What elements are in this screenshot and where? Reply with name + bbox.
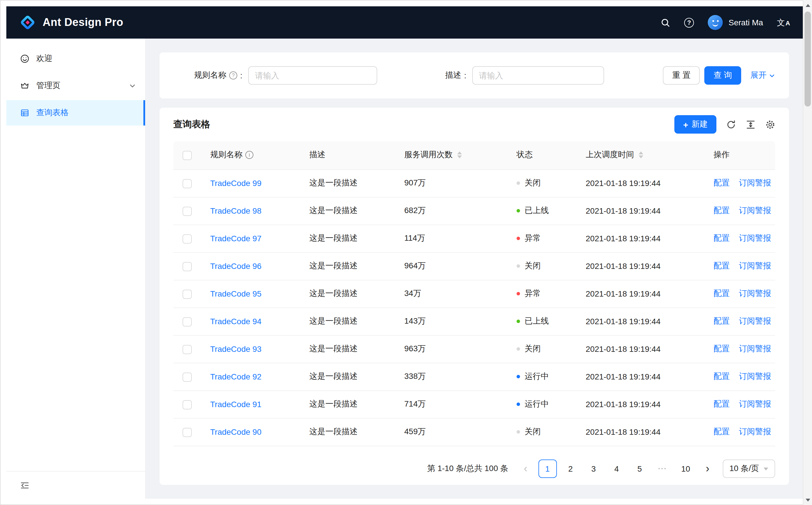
rule-name-link[interactable]: TradeCode 96 [210, 262, 262, 271]
last-scheduled-time: 2021-01-18 19:19:44 [577, 390, 704, 418]
search-icon[interactable] [661, 18, 670, 27]
subscribe-alert-link[interactable]: 订阅警报 [739, 427, 771, 436]
navbar-actions: Serati Ma [661, 15, 790, 30]
table-card: 查询表格 + 新建 [160, 108, 789, 485]
status-label: 异常 [525, 233, 541, 243]
sidebar-item-table-list[interactable]: 查询表格 [6, 100, 145, 126]
translate-icon[interactable] [777, 18, 790, 26]
pagination-page-4[interactable]: 4 [607, 460, 626, 478]
status-dot [517, 292, 520, 295]
description-input[interactable] [472, 66, 604, 85]
new-button[interactable]: + 新建 [674, 115, 716, 134]
pagination-page-2[interactable]: 2 [561, 460, 580, 478]
configure-link[interactable]: 配置 [713, 205, 729, 215]
configure-link[interactable]: 配置 [713, 233, 729, 242]
row-checkbox[interactable] [183, 428, 192, 437]
row-checkbox[interactable] [183, 372, 192, 381]
rule-name-input[interactable] [248, 66, 377, 85]
brand[interactable]: Ant Design Pro [19, 14, 123, 31]
subscribe-alert-link[interactable]: 订阅警报 [739, 344, 771, 353]
configure-link[interactable]: 配置 [713, 371, 729, 381]
row-checkbox[interactable] [183, 345, 192, 354]
crown-icon [20, 81, 29, 91]
status-dot [517, 264, 520, 268]
last-scheduled-time: 2021-01-18 19:19:44 [577, 252, 704, 280]
subscribe-alert-link[interactable]: 订阅警报 [739, 316, 771, 325]
prev-page-button[interactable]: ‹ [517, 460, 533, 478]
user-menu[interactable]: Serati Ma [708, 15, 763, 30]
sidebar-menu: 欢迎 管理页 [6, 39, 145, 471]
rule-name-link[interactable]: TradeCode 93 [210, 344, 262, 354]
configure-link[interactable]: 配置 [713, 289, 729, 298]
settings-gear-icon[interactable] [765, 119, 775, 130]
sidebar-item-admin[interactable]: 管理页 [6, 73, 145, 99]
pagination-page-10[interactable]: 10 [676, 460, 695, 478]
configure-link[interactable]: 配置 [713, 344, 729, 353]
scrollbar-thumb[interactable] [805, 11, 811, 107]
status-label: 运行中 [525, 399, 549, 409]
status-label: 已上线 [525, 205, 549, 216]
sorter-icon[interactable] [457, 152, 462, 159]
pagination-page-1[interactable]: 1 [538, 460, 556, 478]
rule-name-link[interactable]: TradeCode 99 [210, 178, 262, 188]
rule-name-link[interactable]: TradeCode 97 [210, 234, 262, 243]
configure-link[interactable]: 配置 [713, 178, 729, 187]
user-name: Serati Ma [728, 18, 763, 27]
sidebar-item-welcome[interactable]: 欢迎 [6, 46, 145, 71]
rule-name-link[interactable]: TradeCode 95 [210, 289, 262, 298]
scroll-up-arrow-icon[interactable] [803, 1, 812, 10]
last-scheduled-time: 2021-01-18 19:19:44 [577, 197, 704, 224]
subscribe-alert-link[interactable]: 订阅警报 [739, 371, 771, 381]
subscribe-alert-link[interactable]: 订阅警报 [739, 178, 771, 187]
subscribe-alert-link[interactable]: 订阅警报 [739, 399, 771, 408]
rule-name-link[interactable]: TradeCode 94 [210, 317, 262, 326]
expand-toggle[interactable]: 展开 [751, 70, 775, 80]
row-checkbox[interactable] [183, 289, 192, 299]
scroll-down-arrow-icon[interactable] [803, 495, 812, 504]
page-size-select[interactable]: 10 条/页 [722, 460, 775, 478]
reset-button[interactable]: 重 置 [663, 66, 700, 85]
status-label: 关闭 [525, 344, 541, 354]
service-call-count: 714万 [395, 390, 507, 418]
info-circle-icon [245, 151, 254, 159]
subscribe-alert-link[interactable]: 订阅警报 [739, 289, 771, 298]
subscribe-alert-link[interactable]: 订阅警报 [739, 233, 771, 242]
rule-name-link[interactable]: TradeCode 98 [210, 206, 262, 215]
service-call-count: 963万 [395, 335, 507, 363]
vertical-scrollbar[interactable] [803, 0, 812, 505]
sidebar-item-label: 欢迎 [36, 53, 52, 64]
select-all-checkbox[interactable] [183, 151, 192, 160]
row-checkbox[interactable] [183, 262, 192, 271]
rule-description: 这是一段描述 [300, 280, 395, 308]
subscribe-alert-link[interactable]: 订阅警报 [739, 205, 771, 215]
row-checkbox[interactable] [183, 400, 192, 409]
row-checkbox[interactable] [183, 179, 192, 188]
configure-link[interactable]: 配置 [713, 427, 729, 436]
configure-link[interactable]: 配置 [713, 316, 729, 325]
density-icon[interactable] [745, 119, 756, 130]
status-dot [517, 347, 520, 351]
last-scheduled-time: 2021-01-18 19:19:44 [577, 308, 704, 335]
row-checkbox[interactable] [183, 234, 192, 243]
sorter-icon[interactable] [639, 152, 643, 159]
configure-link[interactable]: 配置 [713, 399, 729, 408]
subscribe-alert-link[interactable]: 订阅警报 [739, 261, 771, 270]
query-button[interactable]: 查 询 [704, 66, 741, 85]
rule-name-link[interactable]: TradeCode 91 [210, 399, 262, 409]
next-page-button[interactable]: › [699, 460, 715, 478]
row-checkbox[interactable] [183, 206, 192, 216]
row-checkbox[interactable] [183, 317, 192, 326]
rule-description: 这是一段描述 [300, 363, 395, 390]
menu-fold-icon[interactable] [20, 481, 29, 490]
screen: Ant Design Pro Serati Ma [0, 0, 812, 505]
pagination: 第 1-10 条/总共 100 条 ‹ 12345•••10 › 10 条/页 [160, 453, 789, 485]
reload-icon[interactable] [725, 119, 736, 130]
rule-name-link[interactable]: TradeCode 92 [210, 372, 262, 381]
rule-description: 这是一段描述 [300, 252, 395, 280]
pagination-page-3[interactable]: 3 [584, 460, 603, 478]
configure-link[interactable]: 配置 [713, 261, 729, 270]
help-icon[interactable] [684, 18, 694, 27]
rule-name-link[interactable]: TradeCode 90 [210, 427, 262, 437]
pagination-page-5[interactable]: 5 [630, 460, 649, 478]
sidebar: 欢迎 管理页 [6, 39, 146, 499]
